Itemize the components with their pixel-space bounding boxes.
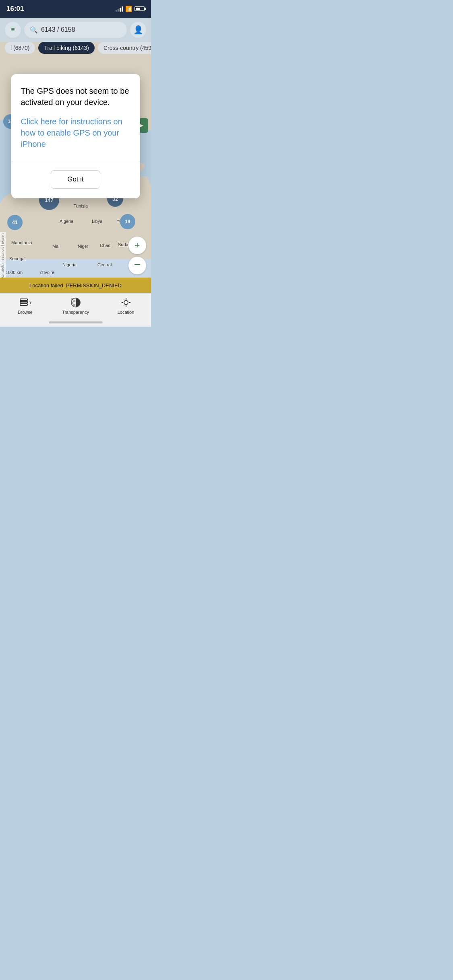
dialog-link[interactable]: Click here for instructions on how to en… [21,116,130,150]
svg-rect-11 [73,302,75,304]
location-icon [121,297,131,308]
battery-icon [134,6,145,11]
dialog-divider [11,162,140,162]
transparency-icon [70,297,81,308]
svg-rect-13 [73,304,75,306]
svg-point-15 [124,301,128,305]
tab-browse[interactable]: › Browse [9,297,41,315]
location-label: Location [118,310,134,315]
tab-location[interactable]: Location [110,297,142,315]
wifi-icon: 📶 [125,6,132,12]
transparency-label: Transparency [62,310,89,315]
svg-rect-3 [20,304,27,305]
browse-label: Browse [18,310,33,315]
svg-rect-9 [73,300,75,302]
tab-bar: › Browse [0,293,151,327]
browse-icon: › [19,297,31,308]
got-it-button[interactable]: Got it [51,170,100,189]
status-time: 16:01 [6,5,24,13]
svg-rect-1 [20,299,27,301]
tab-transparency[interactable]: Transparency [60,297,92,315]
svg-rect-2 [20,301,27,303]
signal-icon [116,6,123,12]
dialog-message: The GPS does not seem to be activated on… [21,85,130,108]
status-icons: 📶 [116,6,145,12]
dialog-overlay: The GPS does not seem to be activated on… [0,18,151,293]
status-bar: 16:01 📶 [0,0,151,18]
home-indicator [49,321,103,323]
gps-dialog: The GPS does not seem to be activated on… [11,74,140,198]
